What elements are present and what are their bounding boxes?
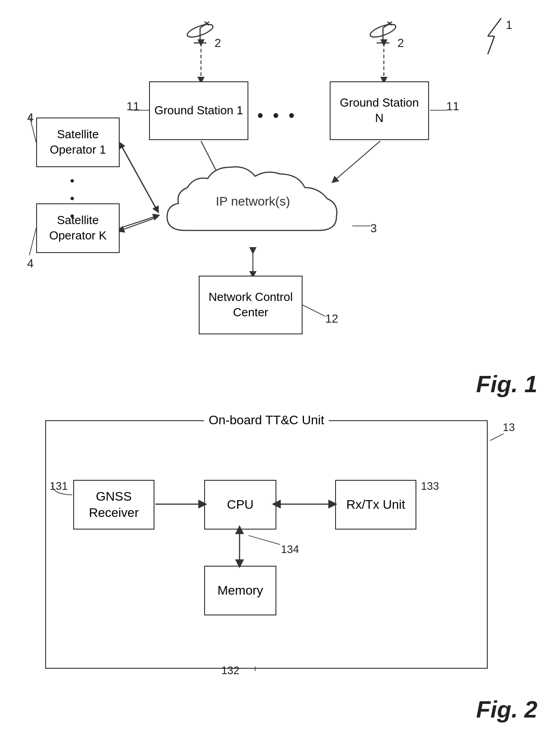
svg-line-21 <box>120 142 157 210</box>
svg-line-10 <box>387 22 392 25</box>
gnss-receiver-box: GNSS Receiver <box>73 480 154 530</box>
svg-line-14 <box>488 36 495 54</box>
ttc-outer-box: On-board TT&C Unit GNSS Receiver CPU Rx/… <box>45 420 488 669</box>
ttc-title: On-board TT&C Unit <box>204 413 329 427</box>
cpu-label: CPU <box>227 497 253 513</box>
cloud-svg: IP network(s) <box>158 158 348 249</box>
svg-line-35 <box>490 434 504 441</box>
ncc-label: Network Control Center <box>203 290 298 320</box>
ref-11a: 11 <box>126 99 140 113</box>
ground-station-1-label: Ground Station 1 <box>154 103 243 118</box>
svg-line-20 <box>121 145 158 212</box>
vertical-dots: ••• <box>70 172 75 225</box>
memory-box: Memory <box>204 566 276 615</box>
figure-2-area: On-board TT&C Unit GNSS Receiver CPU Rx/… <box>27 407 542 732</box>
fig1-label: Fig. 1 <box>476 371 537 398</box>
fig2-label: Fig. 2 <box>476 696 537 723</box>
ref-2b: 2 <box>397 36 404 50</box>
ref-133: 133 <box>421 480 439 493</box>
svg-line-23 <box>120 216 157 228</box>
rxtx-label: Rx/Tx Unit <box>346 497 406 513</box>
page: { "fig1": { "label": "Fig. 1", "ground_s… <box>0 0 560 746</box>
satellite-operator-1-box: Satellite Operator 1 <box>36 117 120 167</box>
svg-line-34 <box>248 535 280 544</box>
ref-4b: 4 <box>27 257 33 271</box>
ref-131: 131 <box>50 480 68 493</box>
svg-line-27 <box>303 305 325 316</box>
svg-line-9 <box>383 23 389 28</box>
ellipsis-dots: • • • <box>257 106 297 125</box>
ref-3: 3 <box>370 221 377 235</box>
svg-point-6 <box>369 22 397 39</box>
svg-line-11 <box>387 22 392 25</box>
ip-network-cloud: IP network(s) <box>158 158 348 249</box>
memory-label: Memory <box>217 582 263 599</box>
ground-station-n-box: Ground Station N <box>330 81 429 140</box>
svg-line-12 <box>488 18 501 36</box>
satellite-operator-k-label: Satellite Operator K <box>41 213 115 244</box>
ref-132: 132 <box>221 664 239 677</box>
ground-station-n-label: Ground Station N <box>334 95 425 126</box>
fig2-arrows <box>46 421 487 668</box>
svg-point-0 <box>186 22 214 39</box>
ref-11b: 11 <box>446 99 459 113</box>
figure-1-area: Ground Station 1 Ground Station N Satell… <box>27 9 542 402</box>
gnss-label: GNSS Receiver <box>78 488 150 521</box>
ref-12: 12 <box>325 312 338 326</box>
ref-134: 134 <box>281 543 299 556</box>
cpu-box: CPU <box>204 480 276 530</box>
ref-4a: 4 <box>27 111 33 125</box>
ref-2a: 2 <box>215 36 221 50</box>
svg-line-5 <box>205 22 209 25</box>
svg-line-3 <box>200 23 206 28</box>
ref-13: 13 <box>503 421 515 434</box>
ref-1: 1 <box>506 18 512 32</box>
network-control-center-box: Network Control Center <box>199 276 303 334</box>
svg-line-22 <box>121 217 158 230</box>
rxtx-box: Rx/Tx Unit <box>335 480 416 530</box>
ground-station-1-box: Ground Station 1 <box>149 81 248 140</box>
satellite-operator-1-label: Satellite Operator 1 <box>41 127 115 158</box>
satellite-operator-k-box: Satellite Operator K <box>36 203 120 253</box>
svg-text:IP network(s): IP network(s) <box>216 194 290 208</box>
svg-line-29 <box>29 228 36 255</box>
svg-line-4 <box>205 22 209 25</box>
